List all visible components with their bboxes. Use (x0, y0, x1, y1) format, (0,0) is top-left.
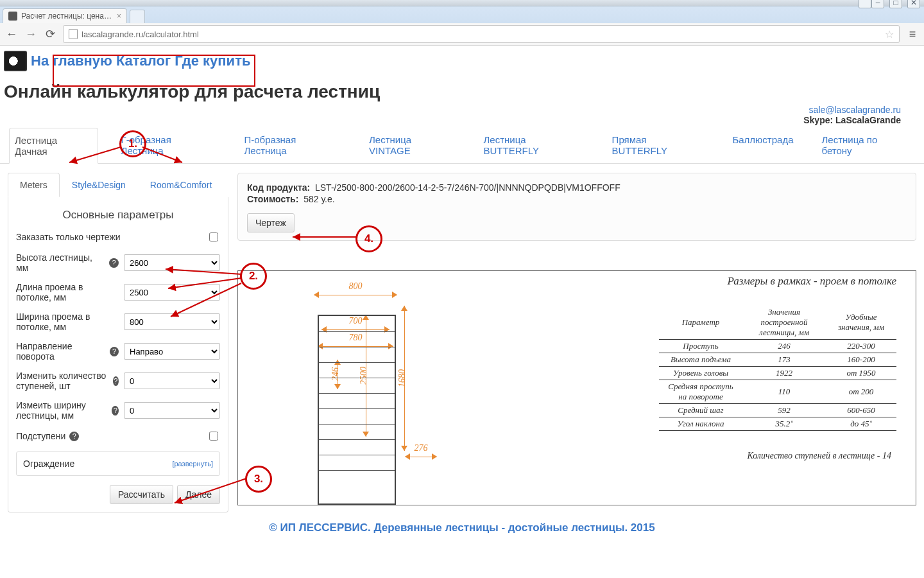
browser-tab[interactable]: Расчет лестницы: цена лес × (3, 8, 127, 23)
cost-value: 582 у.е. (304, 194, 334, 204)
railing-label: Ограждение (23, 459, 74, 469)
nav-where-to-buy[interactable]: Где купить (175, 53, 250, 69)
contact-email[interactable]: sale@lascalagrande.ru (809, 105, 901, 115)
select-turn[interactable]: Направо (124, 343, 220, 360)
close-icon[interactable]: ✕ (907, 0, 920, 8)
label-steps: Изменить количество ступеней, шт (16, 371, 109, 391)
maximize-icon[interactable]: □ (889, 0, 902, 8)
railing-accordion[interactable]: Ограждение [развернуть] (16, 451, 220, 476)
step-count-note: Количество ступеней в лестнице - 14 (747, 451, 891, 461)
browser-tabstrip: Расчет лестницы: цена лес × (0, 6, 924, 23)
label-only-drawings: Заказать только чертежи (16, 232, 201, 242)
help-icon[interactable]: ? (69, 432, 79, 441)
label-height: Высота лестницы, мм (16, 252, 105, 273)
drawing-title: Размеры в рамках - проем в потолке (727, 275, 896, 288)
address-bar[interactable]: lascalagrande.ru/calculator.html ☆ (63, 25, 900, 43)
tab-balustrade[interactable]: Баллюстрада (727, 128, 798, 163)
label-width: Ширина проема в потолке, мм (16, 311, 119, 332)
help-icon[interactable]: ? (109, 258, 119, 268)
select-steps[interactable]: 0 (124, 372, 220, 389)
page-icon (69, 29, 78, 39)
expand-link[interactable]: [развернуть] (172, 460, 213, 468)
select-length[interactable]: 2500 (124, 284, 220, 301)
param-table: Параметр Значения построенной лестницы, … (659, 306, 896, 431)
browser-toolbar: ← → ⟳ lascalagrande.ru/calculator.html ☆… (0, 23, 924, 46)
code-label: Код продукта: (247, 182, 310, 193)
select-height[interactable]: 2600 (124, 254, 220, 271)
param-subtabs: Meters Style&Design Room&Comfort (8, 173, 228, 197)
nav-catalog[interactable]: Каталог (116, 53, 171, 69)
tab-straight-butterfly[interactable]: Прямая BUTTERFLY (607, 128, 710, 163)
forward-icon[interactable]: → (24, 28, 37, 41)
calculator-tabs: Лестница Дачная Г-образная Лестница П-об… (0, 128, 924, 164)
checkbox-risers[interactable] (209, 432, 218, 441)
contact-block: sale@lascalagrande.ru Skype: LaScalaGran… (803, 105, 901, 125)
select-stair-width[interactable]: 0 (124, 402, 220, 419)
product-info-panel: Код продукта: LST-/2500-800-200/2600-14-… (237, 173, 916, 241)
page-title: Онлайн калькулятор для расчета лестниц (4, 82, 924, 102)
code-value: LST-/2500-800-200/2600-14-2-5-7/246N-700… (315, 182, 620, 193)
stair-diagram (318, 315, 396, 505)
calculate-button[interactable]: Рассчитать (110, 485, 173, 504)
site-logo-icon[interactable] (4, 51, 27, 71)
label-length: Длина проема в потолке, мм (16, 282, 119, 302)
tab-butterfly[interactable]: Лестница BUTTERFLY (479, 128, 589, 163)
dim-800: 800 (314, 290, 397, 299)
tab-close-icon[interactable]: × (117, 12, 121, 21)
cost-label: Стоимость: (247, 194, 298, 204)
footer-text: © ИП ЛЕССЕРВИС. Деревянные лестницы - до… (269, 518, 654, 551)
help-icon[interactable]: ? (112, 406, 119, 416)
next-button[interactable]: Далее (177, 485, 220, 504)
reload-icon[interactable]: ⟳ (44, 27, 56, 41)
subtab-style[interactable]: Style&Design (60, 173, 138, 197)
tab-u-shaped[interactable]: П-образная Лестница (239, 128, 346, 163)
menu-icon[interactable]: ≡ (906, 28, 919, 41)
user-icon[interactable] (859, 0, 871, 8)
tab-dacha[interactable]: Лестница Дачная (9, 128, 98, 164)
dim-1680: 1680 (400, 306, 409, 451)
tab-vintage[interactable]: Лестница VINTAGE (364, 128, 461, 163)
favicon-icon (8, 12, 17, 21)
tab-concrete[interactable]: Лестница по бетону (817, 128, 915, 163)
skype-label: Skype: (803, 115, 833, 125)
site-header: На главную Каталог Где купить (0, 46, 924, 74)
dim-276: 276 (405, 452, 437, 461)
help-icon[interactable]: ? (110, 347, 119, 356)
minimize-icon[interactable]: – (871, 0, 884, 8)
tab-l-shaped[interactable]: Г-образная Лестница (116, 128, 221, 163)
new-tab-button[interactable] (130, 10, 145, 23)
bookmark-star-icon[interactable]: ☆ (885, 28, 894, 40)
skype-value: LaScalaGrande (835, 115, 901, 125)
window-titlebar: – □ ✕ (0, 0, 924, 6)
back-icon[interactable]: ← (5, 28, 18, 41)
subtab-meters[interactable]: Meters (8, 173, 60, 197)
help-icon[interactable]: ? (113, 376, 119, 386)
url-text: lascalagrande.ru/calculator.html (81, 30, 199, 39)
label-stair-width: Измеить ширину лестницы, мм (16, 400, 108, 421)
drawing-preview: Размеры в рамках - проем в потолке 800 7… (237, 270, 916, 505)
tab-title: Расчет лестницы: цена лес (21, 12, 113, 21)
params-heading: Основные параметры (16, 209, 220, 222)
checkbox-only-drawings[interactable] (209, 232, 218, 241)
nav-home[interactable]: На главную (31, 53, 112, 69)
select-width[interactable]: 800 (124, 313, 220, 330)
drawing-button[interactable]: Чертеж (247, 213, 295, 232)
subtab-room[interactable]: Room&Comfort (138, 173, 224, 197)
label-risers: Подступени (16, 431, 65, 441)
label-turn: Направление поворота (16, 341, 106, 362)
